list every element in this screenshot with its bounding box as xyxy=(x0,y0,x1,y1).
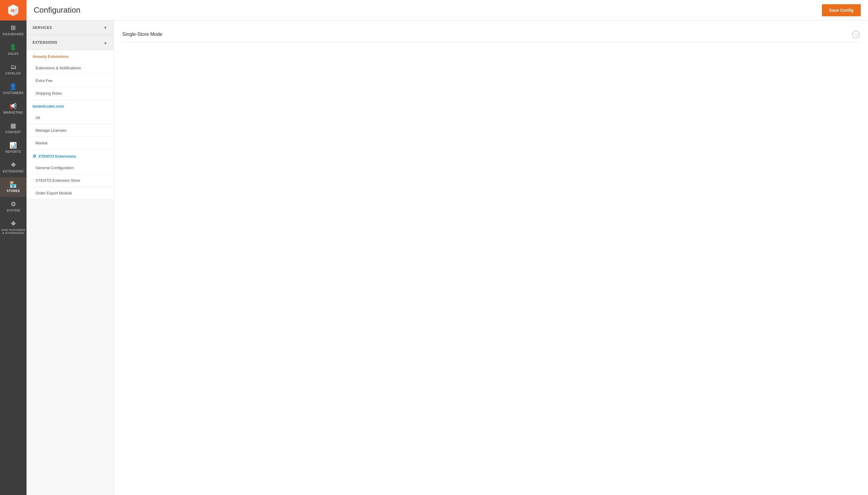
page-title: Configuration xyxy=(34,5,81,15)
market-item[interactable]: Market xyxy=(27,137,114,150)
sidebar-item-marketing[interactable]: 📢 MARKETING xyxy=(0,99,27,118)
services-section-header[interactable]: SERVICES ▼ xyxy=(27,20,114,35)
reports-icon: 📊 xyxy=(9,142,17,148)
content-icon: ▦ xyxy=(10,123,16,129)
sidebar-item-find-partners[interactable]: ❖ FIND PARTNERS & EXTENSIONS xyxy=(0,217,27,239)
dashboard-icon: ⊞ xyxy=(11,25,16,31)
system-icon: ⚙ xyxy=(11,201,16,207)
sidebar-logo[interactable]: M xyxy=(0,0,27,20)
collapse-icon[interactable]: ○ xyxy=(852,31,860,38)
page-header: Configuration Save Config xyxy=(27,0,868,20)
sidebar-item-reports[interactable]: 📊 REPORTS xyxy=(0,138,27,158)
customers-icon: 👤 xyxy=(9,84,17,89)
services-chevron: ▼ xyxy=(103,25,108,30)
right-panel: Single-Store Mode ○ xyxy=(114,20,868,495)
single-store-mode-section[interactable]: Single-Store Mode ○ xyxy=(122,27,860,42)
shipping-rules-item[interactable]: Shipping Rules xyxy=(27,87,114,100)
single-store-mode-title: Single-Store Mode xyxy=(122,32,162,37)
extra-fee-item[interactable]: Extra Fee xyxy=(27,74,114,87)
save-config-button[interactable]: Save Config xyxy=(822,4,861,16)
extensions-items: Amasty Extensions Extensions & Notificat… xyxy=(27,50,114,200)
main-wrapper: Configuration Save Config SERVICES ▼ EXT… xyxy=(27,0,868,495)
xtento-extension-store-item[interactable]: XTENTO Extension Store xyxy=(27,174,114,187)
manage-licenses-item[interactable]: Manage Licenses xyxy=(27,124,114,137)
marketing-icon: 📢 xyxy=(9,103,17,109)
catalog-icon: 🗂 xyxy=(10,64,17,70)
sidebar-item-extensions[interactable]: ❖ EXTENSIONS xyxy=(0,158,27,177)
sidebar-item-content[interactable]: ▦ CONTENT xyxy=(0,118,27,138)
svg-text:M: M xyxy=(11,8,15,13)
sidebar: M ⊞ DASHBOARD 💲 SALES 🗂 CATALOG 👤 CUSTOM… xyxy=(0,0,27,495)
order-export-module-item[interactable]: Order Export Module xyxy=(27,187,114,200)
services-label: SERVICES xyxy=(33,25,52,30)
all-item[interactable]: All xyxy=(27,112,114,124)
sidebar-item-catalog[interactable]: 🗂 CATALOG xyxy=(0,60,27,79)
collapse-chevron: ○ xyxy=(855,32,857,36)
content-area: SERVICES ▼ EXTENSIONS ▲ Amasty Extension… xyxy=(27,20,868,495)
xtento-provider-label[interactable]: ⚙ XTENTO Extensions xyxy=(27,150,114,161)
left-panel: SERVICES ▼ EXTENSIONS ▲ Amasty Extension… xyxy=(27,20,114,495)
amasty-provider-label[interactable]: Amasty Extensions xyxy=(27,50,114,62)
sidebar-item-customers[interactable]: 👤 CUSTOMERS xyxy=(0,79,27,99)
find-partners-icon: ❖ xyxy=(11,221,16,227)
extensions-notifications-item[interactable]: Extensions & Notifications xyxy=(27,62,114,74)
sales-icon: 💲 xyxy=(9,44,17,50)
extensions-section-header[interactable]: EXTENSIONS ▲ xyxy=(27,35,114,50)
stores-icon: 🏪 xyxy=(9,182,17,188)
xtento-icon: ⚙ xyxy=(33,154,36,158)
extensions-label: EXTENSIONS xyxy=(33,40,57,45)
sidebar-item-stores[interactable]: 🏪 STORES xyxy=(0,177,27,197)
extensions-icon: ❖ xyxy=(11,162,16,168)
sidebar-item-dashboard[interactable]: ⊞ DASHBOARD xyxy=(0,20,27,40)
landofcoder-provider-label[interactable]: landofcoder.com xyxy=(27,100,114,112)
extensions-chevron: ▲ xyxy=(103,40,108,45)
sidebar-item-system[interactable]: ⚙ SYSTEM xyxy=(0,197,27,217)
sidebar-item-sales[interactable]: 💲 SALES xyxy=(0,40,27,60)
general-configuration-item[interactable]: General Configuration xyxy=(27,161,114,174)
